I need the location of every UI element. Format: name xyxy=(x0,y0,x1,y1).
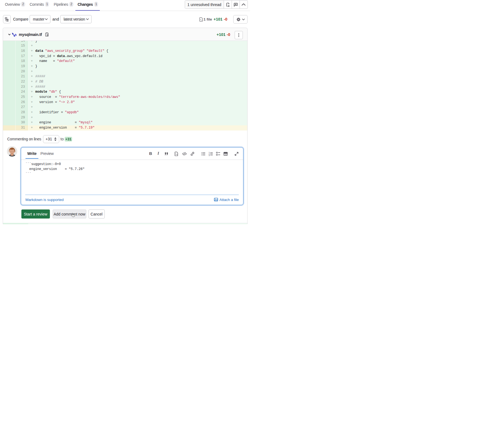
svg-text:3: 3 xyxy=(209,155,209,156)
